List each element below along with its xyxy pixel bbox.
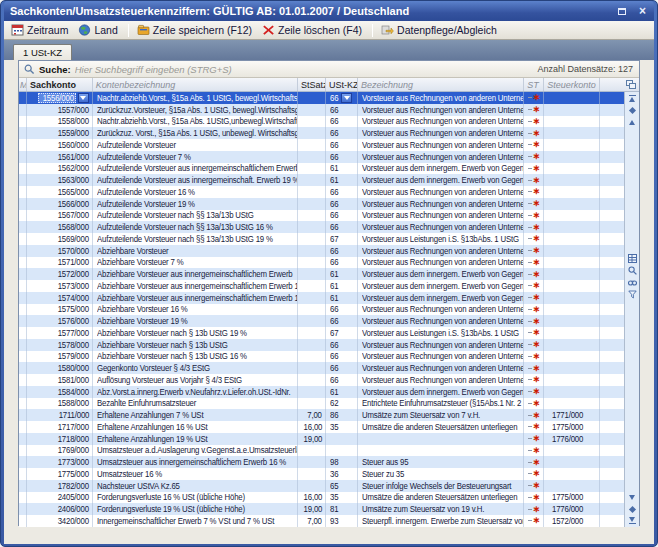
stsatz-cell[interactable] (298, 468, 326, 480)
steuerkonto-cell[interactable] (544, 374, 600, 386)
ustkz-cell[interactable]: 66 (326, 245, 358, 257)
bezeichnung-cell[interactable]: Vorsteuer aus Rechnungen von anderen Unt… (358, 374, 524, 386)
ustkz-cell[interactable]: 61 (326, 174, 358, 186)
kontenbezeichnung-cell[interactable]: Aufzuteilende Vorsteuer nach §§ 13a/13b … (93, 233, 298, 245)
scroll-up-button[interactable] (625, 116, 639, 128)
stsatz-cell[interactable] (298, 198, 326, 210)
tab-ust-kz[interactable]: 1 USt-KZ (13, 44, 72, 60)
steuerkonto-cell[interactable] (544, 245, 600, 257)
steuerkonto-cell[interactable] (544, 268, 600, 280)
steuerkonto-cell[interactable]: 1775/000 (544, 492, 600, 504)
kontenbezeichnung-cell[interactable]: Abz.Vorst.a.innerg.Erwerb v.Neufahrz.v.L… (93, 386, 298, 398)
steuerkonto-cell[interactable] (544, 339, 600, 351)
ustkz-cell[interactable]: 66 (326, 210, 358, 222)
kontenbezeichnung-cell[interactable]: Abziehbare Vorsteuer nach § 13b UStG 16 … (93, 351, 298, 363)
table-row[interactable]: 1566/000 Aufzuteilende Vorsteuer 19 % 66… (19, 198, 624, 210)
stsatz-cell[interactable] (298, 339, 326, 351)
table-row[interactable]: 1573/000 Abziehbare Vorsteuer aus innerg… (19, 280, 624, 292)
steuerkonto-cell[interactable] (544, 163, 600, 175)
table-row[interactable]: 1576/000 Abziehbare Vorsteuer 19 % 66 Vo… (19, 315, 624, 327)
stsatz-cell[interactable] (298, 480, 326, 492)
zeile-speichern-button[interactable]: Zeile speichern (F12) (134, 23, 257, 37)
table-row[interactable]: 1565/000 Aufzuteilende Vorsteuer 16 % 66… (19, 186, 624, 198)
bezeichnung-cell[interactable]: Vorsteuer aus Rechnungen von anderen Unt… (358, 304, 524, 316)
bezeichnung-cell[interactable]: Vorsteuer aus Rechnungen von anderen Unt… (358, 315, 524, 327)
sachkonto-cell[interactable]: 1561/000 (27, 151, 93, 163)
steuerkonto-cell[interactable] (544, 139, 600, 151)
steuerkonto-cell[interactable] (544, 280, 600, 292)
sachkonto-cell[interactable]: 1578/000 (27, 339, 93, 351)
kontenbezeichnung-cell[interactable]: Erhaltene Anzahlungen 16 % USt (93, 421, 298, 433)
table-row[interactable]: 1588/000 Bezahlte Einfuhrumsatzsteuer 62… (19, 398, 624, 410)
steuerkonto-cell[interactable] (544, 116, 600, 128)
kontenbezeichnung-cell[interactable]: Auflösung Vorsteuer aus Vorjahr § 4/3 ES… (93, 374, 298, 386)
sachkonto-cell[interactable]: 1560/000 (27, 139, 93, 151)
bezeichnung-cell[interactable] (358, 445, 524, 457)
sachkonto-cell[interactable]: 1556/000 (27, 92, 93, 104)
ustkz-cell[interactable]: 66 (326, 151, 358, 163)
steuerkonto-cell[interactable] (544, 292, 600, 304)
steuerkonto-cell[interactable] (544, 210, 600, 222)
steuerkonto-cell[interactable] (544, 315, 600, 327)
ustkz-cell[interactable]: 67 (326, 233, 358, 245)
sachkonto-cell[interactable]: 1580/000 (27, 362, 93, 374)
bezeichnung-cell[interactable]: Vorsteuer aus dem innergem. Erwerb von G… (358, 174, 524, 186)
sachkonto-cell[interactable]: 2405/000 (27, 492, 93, 504)
bezeichnung-cell[interactable]: Vorsteuer aus dem innergem. Erwerb von G… (358, 268, 524, 280)
stsatz-cell[interactable] (298, 351, 326, 363)
table-row[interactable]: 1773/000 Umsatzsteuer aus innergemeinsch… (19, 456, 624, 468)
sachkonto-cell[interactable]: 1563/000 (27, 174, 93, 186)
ustkz-cell[interactable]: 66 (326, 198, 358, 210)
stsatz-cell[interactable] (298, 221, 326, 233)
vertical-scrollbar[interactable] (624, 92, 639, 527)
ustkz-cell[interactable]: 66 (326, 315, 358, 327)
kontenbezeichnung-cell[interactable]: Umsatzsteuer a.d.Auslagerung v.Gegenst.a… (93, 445, 298, 457)
bezeichnung-cell[interactable]: Vorsteuer aus Rechnungen von anderen Unt… (358, 362, 524, 374)
sachkonto-cell[interactable]: 1566/000 (27, 198, 93, 210)
stsatz-cell[interactable] (298, 186, 326, 198)
table-row[interactable]: 1581/000 Auflösung Vorsteuer aus Vorjahr… (19, 374, 624, 386)
bezeichnung-cell[interactable]: Vorsteuer aus Rechnungen von anderen Unt… (358, 116, 524, 128)
kontenbezeichnung-cell[interactable]: Nachtr.abziehb.Vorst., §15a Abs. 1 UStG,… (93, 92, 298, 104)
next-mark-button[interactable] (625, 503, 639, 515)
steuerkonto-cell[interactable] (544, 151, 600, 163)
bezeichnung-cell[interactable]: Steuerpfl. innergem. Erwerbe zum Steuers… (358, 515, 524, 527)
ustkz-cell[interactable] (326, 445, 358, 457)
steuerkonto-cell[interactable] (544, 445, 600, 457)
table-row[interactable]: 1563/000 Aufzuteilende Vorsteuer aus inn… (19, 174, 624, 186)
steuerkonto-cell[interactable] (544, 327, 600, 339)
sachkonto-cell[interactable]: 1568/000 (27, 221, 93, 233)
stsatz-cell[interactable]: 7,00 (298, 409, 326, 421)
table-row[interactable]: 1556/000 Nachtr.abziehb.Vorst., §15a Abs… (19, 92, 624, 104)
bezeichnung-cell[interactable]: Umsätze zum Steuersatz von 19 v.H. (358, 503, 524, 515)
scroll-to-top-button[interactable] (625, 92, 639, 104)
stsatz-cell[interactable] (298, 398, 326, 410)
bezeichnung-cell[interactable] (358, 433, 524, 445)
ustkz-cell[interactable]: 66 (326, 127, 358, 139)
bezeichnung-cell[interactable]: Vorsteuer aus Rechnungen von anderen Unt… (358, 198, 524, 210)
stsatz-cell[interactable] (298, 445, 326, 457)
search-input[interactable] (75, 64, 534, 75)
sachkonto-cell[interactable]: 1575/000 (27, 304, 93, 316)
table-row[interactable]: 1570/000 Abziehbare Vorsteuer 66 Vorsteu… (19, 245, 624, 257)
sachkonto-cell[interactable]: 1562/000 (27, 163, 93, 175)
stsatz-cell[interactable] (298, 374, 326, 386)
table-row[interactable]: 1567/000 Aufzuteilende Vorsteuer nach §§… (19, 210, 624, 222)
table-row[interactable]: 1577/000 Abziehbare Vorsteuer nach § 13b… (19, 327, 624, 339)
sachkonto-cell[interactable]: 1773/000 (27, 456, 93, 468)
header-steuerkonto[interactable]: Steuerkonto (544, 78, 600, 91)
ustkz-cell[interactable]: 61 (326, 292, 358, 304)
ustkz-cell[interactable]: 61 (326, 386, 358, 398)
table-row[interactable]: 1558/000 Nachtr.abziehb.Vorst., §15a Abs… (19, 116, 624, 128)
sachkonto-cell[interactable]: 1581/000 (27, 374, 93, 386)
steuerkonto-cell[interactable]: 1776/000 (544, 503, 600, 515)
ustkz-dropdown-button[interactable] (341, 93, 352, 103)
table-row[interactable]: 1557/000 Zurückzuz.Vorsteuer, §15a Abs. … (19, 104, 624, 116)
bezeichnung-cell[interactable]: Vorsteuer aus Rechnungen von anderen Unt… (358, 210, 524, 222)
ustkz-cell[interactable] (326, 433, 358, 445)
header-st[interactable]: ST (524, 78, 544, 91)
steuerkonto-cell[interactable] (544, 468, 600, 480)
sachkonto-cell[interactable]: 1576/000 (27, 315, 93, 327)
table-row[interactable]: 1711/000 Erhaltene Anzahlungen 7 % USt 7… (19, 409, 624, 421)
bezeichnung-cell[interactable]: Vorsteuer aus Rechnungen von anderen Unt… (358, 339, 524, 351)
